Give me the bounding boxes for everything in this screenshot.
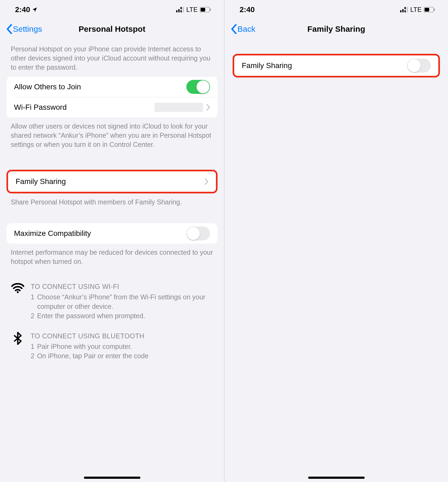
location-icon <box>32 7 38 13</box>
wifi-icon <box>11 282 25 321</box>
svg-rect-9 <box>400 10 401 12</box>
wifi-instructions: TO CONNECT USING WI-FI 1 Choose “Ankur’s… <box>0 282 224 321</box>
family-sharing-row[interactable]: Family Sharing <box>8 171 216 192</box>
home-indicator[interactable] <box>308 477 365 479</box>
family-sharing-label: Family Sharing <box>16 177 201 186</box>
family-sharing-toggle-group: Family Sharing <box>233 54 440 77</box>
allow-others-label: Allow Others to Join <box>14 83 186 91</box>
chevron-right-icon <box>206 104 210 111</box>
wifi-password-row[interactable]: Wi-Fi Password <box>6 97 218 118</box>
battery-icon <box>200 7 211 12</box>
nav-bar: Back Family Sharing <box>225 19 448 39</box>
network-type-label: LTE <box>186 6 198 13</box>
step-text: Choose “Ankur’s iPhone” from the Wi-Fi s… <box>37 292 213 311</box>
battery-icon <box>424 7 435 12</box>
bluetooth-icon <box>11 331 25 361</box>
status-bar: 2:40 LTE <box>0 0 224 19</box>
wifi-password-label: Wi-Fi Password <box>14 103 155 112</box>
svg-rect-4 <box>183 7 184 12</box>
status-time: 2:40 <box>15 5 30 14</box>
step-number: 2 <box>31 311 34 321</box>
svg-rect-16 <box>434 9 435 11</box>
chevron-right-icon <box>205 178 208 185</box>
svg-rect-6 <box>201 8 205 12</box>
svg-rect-1 <box>178 9 180 12</box>
status-bar: 2:40 LTE <box>225 0 448 19</box>
allow-others-toggle[interactable] <box>186 80 210 94</box>
cellular-signal-icon <box>400 7 408 12</box>
svg-rect-10 <box>402 9 404 12</box>
maximize-compatibility-row[interactable]: Maximize Compatibility <box>6 223 218 244</box>
step-text: Pair iPhone with your computer. <box>37 342 213 351</box>
step-number: 2 <box>31 351 34 361</box>
allow-others-row[interactable]: Allow Others to Join <box>6 77 218 97</box>
back-label: Back <box>237 24 255 34</box>
family-sharing-group: Family Sharing <box>6 170 218 193</box>
back-label: Settings <box>13 24 42 34</box>
allow-others-footer: Allow other users or devices not signed … <box>0 118 224 154</box>
svg-point-8 <box>17 291 19 293</box>
svg-rect-12 <box>404 10 406 12</box>
step-number: 1 <box>31 342 34 351</box>
network-type-label: LTE <box>410 6 422 13</box>
screen-family-sharing: 2:40 LTE <box>224 0 448 482</box>
svg-rect-3 <box>180 10 182 12</box>
screen-personal-hotspot: 2:40 LTE <box>0 0 224 482</box>
family-sharing-footer: Share Personal Hotspot with members of F… <box>0 193 224 212</box>
bluetooth-instructions: TO CONNECT USING BLUETOOTH 1 Pair iPhone… <box>0 331 224 361</box>
wifi-instructions-heading: TO CONNECT USING WI-FI <box>31 282 213 291</box>
status-time: 2:40 <box>240 5 255 14</box>
hotspot-group: Allow Others to Join Wi-Fi Password <box>6 77 218 118</box>
family-sharing-toggle[interactable] <box>407 59 431 73</box>
wifi-password-value-redacted <box>155 103 203 112</box>
step-text: Enter the password when prompted. <box>37 311 213 321</box>
home-indicator[interactable] <box>84 477 140 479</box>
compatibility-group: Maximize Compatibility <box>6 223 218 244</box>
svg-rect-13 <box>407 7 408 12</box>
maximize-compatibility-label: Maximize Compatibility <box>14 229 186 238</box>
back-button[interactable]: Settings <box>6 24 42 34</box>
bluetooth-instructions-heading: TO CONNECT USING BLUETOOTH <box>31 331 213 341</box>
step-text: On iPhone, tap Pair or enter the code <box>37 351 213 361</box>
step-number: 1 <box>31 292 34 311</box>
family-sharing-toggle-row[interactable]: Family Sharing <box>234 55 438 76</box>
svg-rect-2 <box>180 7 182 9</box>
maximize-compatibility-footer: Internet performance may be reduced for … <box>0 244 224 271</box>
maximize-compatibility-toggle[interactable] <box>186 226 210 240</box>
svg-rect-0 <box>176 10 177 12</box>
cellular-signal-icon <box>176 7 184 12</box>
family-sharing-toggle-label: Family Sharing <box>242 61 407 70</box>
back-button[interactable]: Back <box>231 24 255 34</box>
page-title: Family Sharing <box>225 24 448 34</box>
svg-rect-15 <box>425 8 429 12</box>
svg-rect-7 <box>210 9 211 11</box>
nav-bar: Settings Personal Hotspot <box>0 19 224 39</box>
intro-description: Personal Hotspot on your iPhone can prov… <box>0 39 224 77</box>
svg-rect-11 <box>404 7 406 9</box>
